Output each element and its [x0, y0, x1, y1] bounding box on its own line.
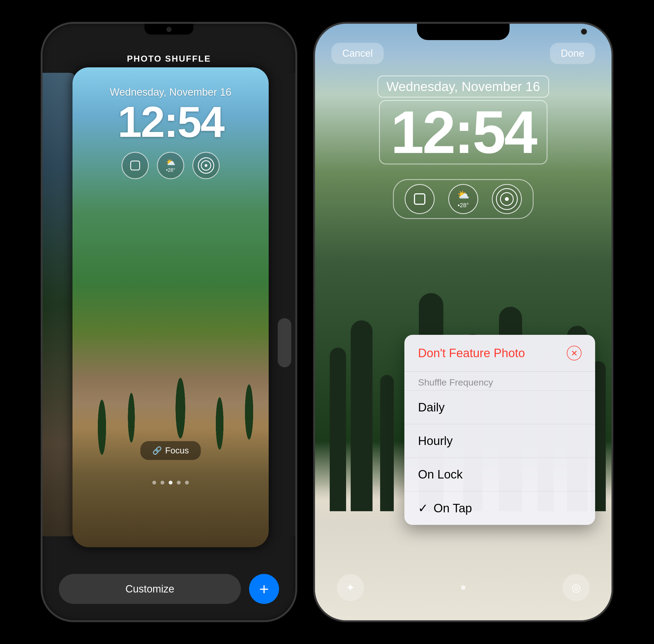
right-lockscreen-time: 12:54: [315, 100, 611, 164]
customize-button[interactable]: Customize: [59, 574, 241, 604]
right-phone-power: [611, 160, 613, 214]
power-button: [295, 160, 297, 214]
right-signal-outer: [496, 188, 518, 210]
right-stop-widget: [405, 184, 435, 214]
dot-4: [177, 481, 181, 484]
lockscreen-background: Wednesday, November 16 12:54 ⛅ •28°: [72, 67, 269, 547]
cancel-button[interactable]: Cancel: [331, 43, 384, 64]
dont-feature-photo-label: Don't Feature Photo: [418, 346, 525, 360]
weather-widget: ⛅ •28°: [157, 152, 184, 179]
menu-item-hourly[interactable]: Hourly: [404, 424, 595, 458]
tree-2: [351, 320, 372, 511]
right-stop-icon: [414, 193, 426, 205]
shuffle-frequency-header: Shuffle Frequency: [404, 372, 595, 390]
photo-shuffle-label: PHOTO SHUFFLE: [127, 54, 211, 64]
right-weather-content: ⛅ •28°: [457, 189, 469, 209]
daily-label: Daily: [418, 400, 445, 414]
lockscreen-preview: Wednesday, November 16 12:54 ⛅ •28°: [72, 67, 269, 547]
right-side-panel: [273, 73, 295, 536]
tree-1: [330, 348, 346, 511]
camera-icon: ◎: [572, 581, 581, 594]
scroll-indicator: [278, 318, 291, 367]
right-weather-widget: ⛅ •28°: [448, 184, 478, 214]
hourly-label: Hourly: [418, 434, 453, 448]
dot-1: [152, 481, 156, 484]
widgets-box: ⛅ •28°: [393, 179, 534, 219]
tree-overlay: [72, 275, 269, 465]
sparkle-icon: ✦: [346, 581, 355, 594]
sparkle-button[interactable]: ✦: [337, 574, 364, 601]
focus-label: Focus: [165, 445, 189, 456]
left-phone: PHOTO SHUFFLE Wednesday, November 16 12:…: [41, 22, 297, 622]
weather-content: ⛅ •28°: [166, 158, 175, 173]
page-dots: [72, 481, 269, 484]
add-button[interactable]: +: [249, 574, 279, 604]
volume-buttons: [41, 133, 43, 196]
signal-widget: [192, 152, 220, 179]
right-lockscreen-date: Wednesday, November 16: [315, 75, 611, 98]
temperature: •28°: [166, 167, 175, 173]
right-temperature: •28°: [458, 202, 469, 209]
left-side-panel: [43, 73, 75, 536]
menu-item-on-tap[interactable]: ✓ On Tap: [404, 491, 595, 525]
right-top-bar: Cancel Done: [315, 43, 611, 64]
dot-5: [185, 481, 189, 484]
lockscreen-time: 12:54: [72, 100, 269, 144]
on-lock-label: On Lock: [418, 467, 463, 481]
menu-item-daily[interactable]: Daily: [404, 390, 595, 424]
right-notch: [417, 24, 510, 40]
right-date-box: Wednesday, November 16: [378, 75, 549, 98]
menu-item-on-lock[interactable]: On Lock: [404, 458, 595, 491]
right-lockscreen-widgets: ⛅ •28°: [315, 179, 611, 219]
on-tap-label: On Tap: [434, 501, 582, 515]
signal-ring-inner: [201, 160, 211, 171]
volume-down-button[interactable]: [41, 168, 43, 196]
right-signal-inner: [500, 192, 514, 206]
right-signal-dot: [505, 197, 509, 201]
volume-up-button[interactable]: [41, 133, 43, 160]
context-menu: Don't Feature Photo ✕ Shuffle Frequency …: [404, 335, 595, 525]
dot-3-active: [169, 481, 172, 484]
on-tap-checkmark: ✓: [418, 501, 428, 515]
front-camera: [167, 27, 171, 32]
cloud-icon: ⛅: [166, 158, 175, 167]
focus-button[interactable]: 🔗 Focus: [140, 441, 201, 460]
focus-icon: 🔗: [152, 446, 162, 455]
bottom-bar: Customize +: [43, 574, 295, 604]
right-power-btn[interactable]: [611, 160, 613, 214]
right-time-box: 12:54: [379, 100, 548, 164]
tree-3: [380, 375, 394, 511]
right-signal-widget: [492, 184, 522, 214]
right-phone: Cancel Done Wednesday, November 16 12:54…: [313, 22, 613, 622]
dot-2: [161, 481, 164, 484]
camera-shortcut-button[interactable]: ◎: [562, 574, 590, 601]
dont-feature-photo-item[interactable]: Don't Feature Photo ✕: [404, 335, 595, 372]
right-bottom-row: ✦ ◎: [315, 574, 611, 601]
right-front-camera: [581, 29, 587, 34]
done-button[interactable]: Done: [550, 43, 595, 64]
signal-dot: [204, 164, 208, 167]
lockscreen-widgets: ⛅ •28°: [72, 152, 269, 179]
power-btn[interactable]: [295, 160, 297, 214]
lockscreen-date: Wednesday, November 16: [72, 87, 269, 98]
stop-widget: [122, 152, 149, 179]
right-cloud-icon: ⛅: [457, 189, 469, 201]
stop-icon: [130, 161, 140, 170]
signal-ring-outer: [198, 157, 214, 174]
dont-feature-icon: ✕: [567, 346, 582, 361]
home-indicator: [461, 585, 465, 590]
